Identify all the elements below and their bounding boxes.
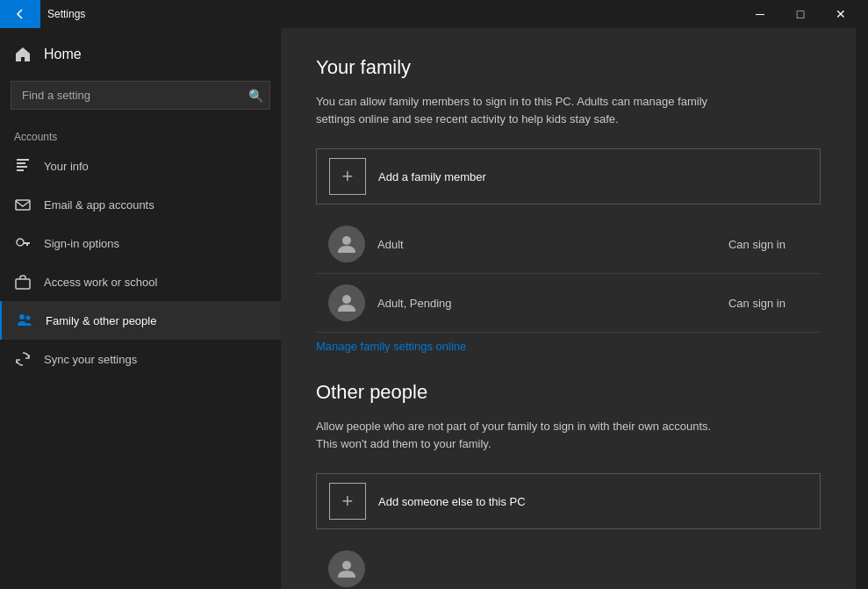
- scrollbar-track: [856, 28, 868, 589]
- sidebar-item-label-email: Email & app accounts: [44, 198, 154, 212]
- sidebar-item-access-work-school[interactable]: Access work or school: [0, 262, 281, 301]
- briefcase-icon: [14, 273, 32, 291]
- person-row-adult-pending[interactable]: Adult, Pending Can sign in: [316, 274, 821, 333]
- window-title: Settings: [47, 8, 740, 20]
- search-box[interactable]: 🔍: [11, 81, 270, 110]
- search-input[interactable]: [11, 81, 270, 110]
- adult-avatar: [328, 226, 365, 262]
- svg-point-10: [342, 295, 351, 304]
- add-family-member-button[interactable]: + Add a family member: [316, 148, 821, 205]
- email-icon: [14, 196, 32, 213]
- svg-rect-3: [17, 169, 24, 171]
- adult-status: Can sign in: [728, 238, 786, 251]
- svg-point-9: [342, 236, 351, 245]
- your-family-description: You can allow family members to sign in …: [316, 93, 720, 127]
- close-button[interactable]: ✕: [821, 0, 861, 28]
- adult-pending-avatar: [328, 284, 365, 321]
- maximize-button[interactable]: □: [780, 0, 821, 28]
- svg-rect-0: [17, 159, 29, 161]
- key-icon: [14, 234, 32, 252]
- svg-rect-1: [17, 162, 25, 164]
- svg-rect-2: [17, 166, 27, 168]
- main-container: Home 🔍 Accounts Your info: [0, 28, 868, 589]
- sidebar-item-your-info[interactable]: Your info: [0, 147, 281, 185]
- svg-point-11: [342, 561, 351, 570]
- home-label: Home: [44, 47, 82, 62]
- sidebar-item-family-other-people[interactable]: Family & other people: [0, 301, 281, 340]
- sidebar-item-email-app-accounts[interactable]: Email & app accounts: [0, 185, 281, 224]
- sidebar-item-sync-settings[interactable]: Sync your settings: [0, 340, 281, 378]
- other-people-title: Other people: [316, 381, 821, 404]
- window-controls: ─ □ ✕: [740, 0, 861, 28]
- person-row-partial[interactable]: [316, 540, 821, 589]
- sidebar-item-sign-in-options[interactable]: Sign-in options: [0, 224, 281, 262]
- sidebar-item-label-sync: Sync your settings: [44, 353, 137, 366]
- add-someone-plus-icon: +: [329, 483, 366, 520]
- back-button[interactable]: [0, 0, 40, 28]
- manage-family-link[interactable]: Manage family settings online: [316, 340, 821, 353]
- sidebar-item-label-your-info: Your info: [44, 160, 89, 173]
- title-bar: Settings ─ □ ✕: [0, 0, 868, 28]
- minimize-button[interactable]: ─: [740, 0, 780, 28]
- search-button[interactable]: 🔍: [248, 89, 263, 103]
- svg-rect-6: [16, 279, 30, 289]
- svg-point-7: [19, 314, 25, 320]
- add-someone-label: Add someone else to this PC: [378, 495, 526, 508]
- sync-icon: [14, 350, 32, 368]
- partial-avatar: [328, 550, 365, 587]
- sidebar-item-label-signin: Sign-in options: [44, 237, 119, 250]
- sidebar-item-label-work: Access work or school: [44, 276, 157, 289]
- other-people-description: Allow people who are not part of your fa…: [316, 418, 720, 452]
- sidebar-item-label-family: Family & other people: [46, 314, 156, 327]
- person-row-adult[interactable]: Adult Can sign in: [316, 215, 821, 274]
- sidebar-item-home[interactable]: Home: [0, 35, 281, 74]
- svg-rect-4: [16, 200, 30, 210]
- your-family-title: Your family: [316, 56, 821, 79]
- add-family-plus-icon: +: [329, 158, 366, 195]
- svg-point-5: [17, 239, 24, 246]
- add-someone-button[interactable]: + Add someone else to this PC: [316, 473, 821, 529]
- accounts-section-label: Accounts: [0, 124, 281, 147]
- svg-point-8: [26, 316, 31, 320]
- home-icon: [14, 46, 32, 63]
- add-family-member-label: Add a family member: [378, 170, 486, 183]
- content-area: Your family You can allow family members…: [281, 28, 856, 589]
- your-info-icon: [14, 157, 32, 175]
- family-icon: [16, 312, 33, 329]
- sidebar: Home 🔍 Accounts Your info: [0, 28, 281, 589]
- adult-pending-status: Can sign in: [728, 297, 786, 310]
